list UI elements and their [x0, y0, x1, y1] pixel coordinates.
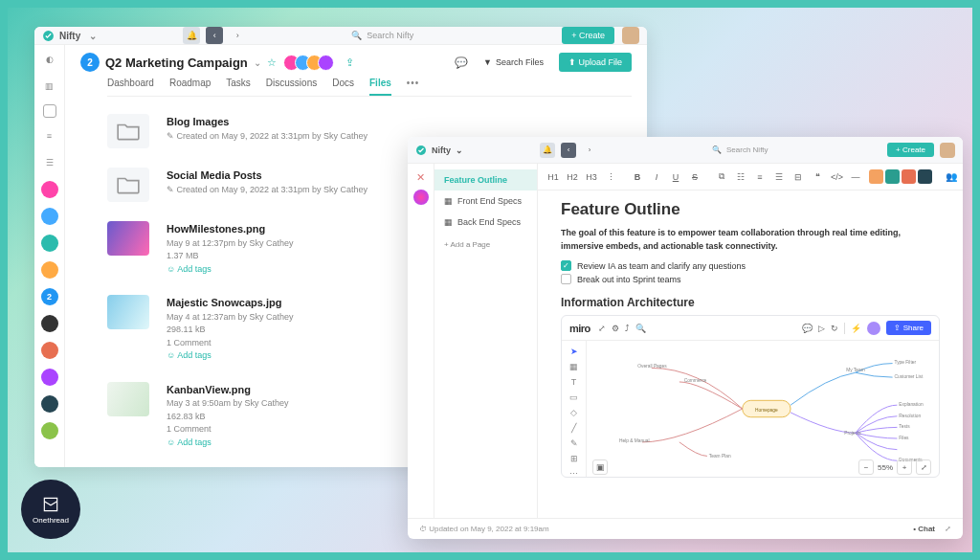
tb-more-headings[interactable]: ⋮: [605, 172, 616, 182]
sticky-icon[interactable]: ▭: [569, 392, 578, 402]
back-icon[interactable]: ‹: [561, 143, 576, 158]
tb-list-icon[interactable]: ≡: [754, 172, 766, 182]
zoom-out-button[interactable]: −: [858, 459, 874, 475]
back-icon[interactable]: ‹: [206, 27, 223, 44]
rail-workspace-7[interactable]: [41, 369, 58, 386]
tab-dashboard[interactable]: Dashboard: [107, 78, 154, 96]
tb-h1[interactable]: H1: [547, 172, 559, 182]
rail-workspace-3[interactable]: [41, 235, 58, 252]
tb-h3[interactable]: H3: [586, 172, 597, 182]
tb-checkbox-icon[interactable]: ⧉: [716, 171, 727, 182]
global-search[interactable]: 🔍 Search Nifty: [712, 146, 768, 154]
doc-content[interactable]: Feature Outline The goal of this feature…: [538, 190, 963, 487]
line-icon[interactable]: ╱: [571, 423, 576, 433]
more-icon[interactable]: ⋯: [569, 469, 578, 478]
tb-task-icon[interactable]: ⊟: [792, 172, 804, 182]
miro-present-icon[interactable]: ▷: [818, 324, 825, 333]
miro-canvas[interactable]: Homepage Overall Pages Commerce Help & M…: [587, 341, 939, 478]
checkbox-icon[interactable]: [561, 274, 571, 284]
tb-underline[interactable]: U: [670, 172, 681, 182]
chevron-down-icon[interactable]: ⌄: [254, 57, 261, 68]
shape-icon[interactable]: ◇: [570, 408, 577, 417]
user-avatar[interactable]: [940, 143, 955, 158]
miro-avatar[interactable]: [867, 322, 880, 335]
miro-upload-icon[interactable]: ⤴: [625, 324, 630, 333]
tb-divider-icon[interactable]: —: [850, 172, 861, 182]
tb-strike[interactable]: S: [689, 172, 701, 182]
bell-icon[interactable]: 🔔: [183, 27, 200, 44]
tab-discussions[interactable]: Discussions: [266, 78, 317, 96]
collaborator-avatars[interactable]: [869, 169, 932, 184]
rail-workspace-9[interactable]: [41, 422, 58, 439]
zoom-in-button[interactable]: +: [897, 459, 912, 475]
tb-quote-icon[interactable]: ❝: [812, 172, 823, 182]
tab-files[interactable]: Files: [369, 78, 391, 96]
add-tags-link[interactable]: ☺ Add tags: [167, 437, 289, 450]
global-search[interactable]: 🔍 Search Nifty: [351, 31, 413, 40]
user-avatar[interactable]: [622, 27, 639, 44]
rail-workspace-6[interactable]: [41, 342, 58, 359]
todo-item[interactable]: Break out into Sprint teams: [561, 274, 940, 284]
sidebar-item-feature-outline[interactable]: Feature Outline: [434, 169, 537, 190]
chat-icon[interactable]: 💬: [455, 56, 468, 69]
add-tags-link[interactable]: ☺ Add tags: [167, 349, 294, 363]
bell-icon[interactable]: 🔔: [540, 143, 555, 158]
text-icon[interactable]: T: [571, 377, 577, 387]
tb-italic[interactable]: I: [651, 172, 662, 182]
workspace-icon[interactable]: [413, 190, 429, 205]
rail-workspace-1[interactable]: [41, 181, 58, 198]
chevron-down-icon[interactable]: ⌄: [89, 31, 97, 41]
rail-compass-icon[interactable]: ◐: [41, 51, 58, 68]
forward-icon[interactable]: ›: [229, 27, 246, 44]
create-button[interactable]: + Create: [887, 143, 934, 157]
todo-item[interactable]: ✓ Review IA as team and clarify any ques…: [561, 260, 940, 271]
share-icon[interactable]: ⇪: [345, 56, 354, 69]
miro-share-button[interactable]: ⇪ Share: [886, 321, 931, 335]
close-icon[interactable]: ✕: [416, 171, 425, 184]
tab-roadmap[interactable]: Roadmap: [169, 78, 211, 96]
rail-active-badge[interactable]: 2: [41, 288, 58, 305]
add-tags-link[interactable]: ☺ Add tags: [167, 263, 294, 277]
rail-menu-icon[interactable]: ☰: [41, 154, 58, 171]
checkbox-checked-icon[interactable]: ✓: [561, 260, 571, 271]
forward-icon[interactable]: ›: [582, 143, 597, 158]
app-logo[interactable]: Nifty ⌄: [415, 145, 463, 156]
rail-workspace-5[interactable]: [41, 315, 58, 332]
rail-workspace-2[interactable]: [41, 208, 58, 225]
miro-history-icon[interactable]: ↻: [831, 324, 838, 333]
miro-comment-icon[interactable]: 💬: [802, 324, 813, 333]
chevron-down-icon[interactable]: ⌄: [456, 146, 463, 155]
rail-workspace-8[interactable]: [41, 395, 58, 413]
rail-box-icon[interactable]: [43, 104, 56, 118]
miro-expand-icon[interactable]: ⤢: [598, 324, 606, 333]
project-title[interactable]: Q2 Marketing Campaign: [105, 56, 248, 70]
miro-search-icon[interactable]: 🔍: [635, 324, 646, 333]
miro-reactions-icon[interactable]: ⚡: [851, 324, 861, 333]
tabs-more[interactable]: •••: [407, 78, 420, 96]
template-icon[interactable]: ▦: [569, 362, 578, 371]
upload-file-button[interactable]: ⬆ Upload File: [559, 53, 632, 72]
group-icon[interactable]: 👥: [946, 171, 957, 182]
tb-numbered-icon[interactable]: ☰: [773, 172, 785, 182]
miro-gear-icon[interactable]: ⚙: [612, 324, 619, 333]
member-avatars[interactable]: [288, 55, 334, 71]
add-page-button[interactable]: + Add a Page: [434, 233, 537, 257]
app-logo[interactable]: Nifty ⌄: [42, 30, 97, 42]
tb-h2[interactable]: H2: [567, 172, 578, 182]
tab-docs[interactable]: Docs: [332, 78, 354, 96]
rail-workspace-4[interactable]: [41, 261, 58, 279]
tab-tasks[interactable]: Tasks: [226, 78, 251, 96]
create-button[interactable]: + Create: [562, 27, 614, 44]
tb-table-icon[interactable]: ☷: [735, 172, 746, 182]
search-files-button[interactable]: ▼Search Files: [483, 57, 544, 67]
pen-icon[interactable]: ✎: [570, 438, 578, 448]
sidebar-item-backend[interactable]: ▦ Back End Specs: [434, 212, 537, 233]
sidebar-item-frontend[interactable]: ▦ Front End Specs: [434, 190, 537, 212]
rail-list-icon[interactable]: ≡: [41, 127, 58, 145]
tb-bold[interactable]: B: [632, 172, 643, 182]
tb-code-icon[interactable]: </>: [831, 172, 842, 182]
expand-icon[interactable]: ⤢: [945, 525, 951, 533]
fullscreen-icon[interactable]: ⤢: [916, 459, 931, 475]
star-icon[interactable]: ☆: [267, 56, 277, 69]
cursor-icon[interactable]: ➤: [570, 347, 578, 356]
